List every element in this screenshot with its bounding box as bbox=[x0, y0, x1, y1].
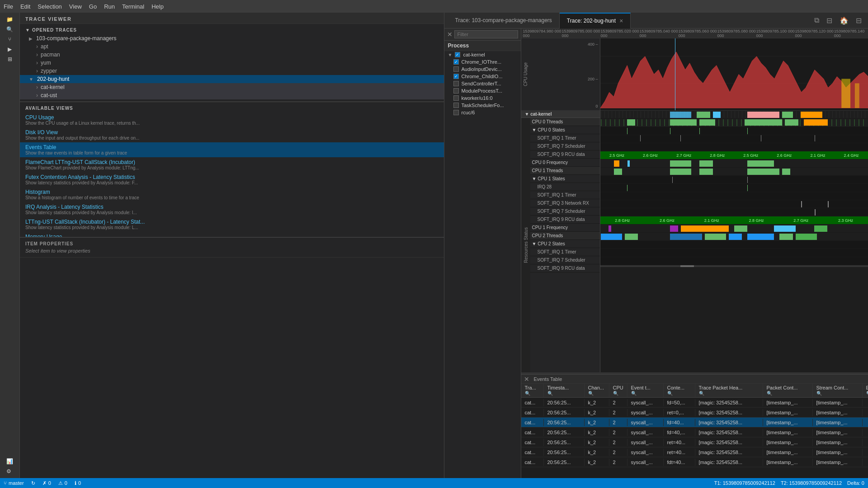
events-table-body[interactable]: cat... 20:56:25... k_2 2 syscall_... fd=… bbox=[521, 398, 868, 478]
col-cpu[interactable]: CPU bbox=[609, 384, 627, 397]
col-tra-search[interactable] bbox=[525, 391, 540, 396]
view-events-table[interactable]: Events Table Show the raw events in tabl… bbox=[20, 142, 444, 157]
close-filter-icon[interactable]: ✕ bbox=[447, 31, 453, 38]
table-row-7[interactable]: cat... 20:56:25... k_2 2 syscall_... fdt… bbox=[521, 457, 868, 467]
cpu0-threads-label[interactable]: CPU 0 Threads bbox=[530, 118, 600, 126]
col-evt[interactable]: Event t... bbox=[627, 384, 664, 397]
proc-chrome-io-checkbox[interactable] bbox=[453, 59, 459, 65]
proc-chrome-io[interactable]: Chrome_IOThre... bbox=[444, 58, 521, 66]
col-pkt[interactable]: Packet Cont... bbox=[763, 384, 813, 397]
proc-cat-kernel[interactable]: ▼ cat-kernel bbox=[444, 51, 521, 58]
proc-kworker[interactable]: kworker/u16:0 bbox=[444, 94, 521, 102]
proc-task-sched-checkbox[interactable] bbox=[453, 103, 459, 108]
menu-selection[interactable]: Selection bbox=[38, 3, 61, 10]
trace-item-apt[interactable]: › apt bbox=[20, 42, 444, 51]
view-irq[interactable]: IRQ Analysis - Latency Statistics Show l… bbox=[20, 202, 444, 217]
menu-help[interactable]: Help bbox=[151, 3, 164, 10]
proc-rcuc[interactable]: rcuc/6 bbox=[444, 109, 521, 116]
col-chan[interactable]: Chan... bbox=[585, 384, 609, 397]
col-ectx-search-icon[interactable]: 🔍 bbox=[866, 391, 868, 396]
view-memory[interactable]: Memory Usage Show the Linux UST memory u… bbox=[20, 232, 444, 237]
tab-filter-action[interactable]: ⊟ bbox=[853, 15, 864, 26]
filter-input[interactable] bbox=[454, 30, 518, 38]
proc-module[interactable]: ModuleProcessT... bbox=[444, 87, 521, 94]
sync-icon[interactable]: ↻ bbox=[31, 480, 35, 486]
col-evt-search[interactable] bbox=[631, 391, 660, 396]
trace-item-cat-kernel[interactable]: › cat-kernel bbox=[20, 83, 444, 91]
table-row-6[interactable]: cat... 20:56:25... k_2 2 syscall_... ret… bbox=[521, 447, 868, 457]
col-ectx[interactable]: Event Context 🔍 bbox=[863, 384, 868, 397]
col-stm-search[interactable] bbox=[816, 391, 859, 396]
col-tra[interactable]: Tra... bbox=[521, 384, 544, 397]
col-tph[interactable]: Trace Packet Hea... 🔍 bbox=[695, 384, 763, 397]
table-row-2[interactable]: cat... 20:56:25... k_2 2 syscall_... ret… bbox=[521, 408, 868, 418]
sidebar-icon-trace[interactable]: 📊 bbox=[6, 458, 13, 465]
table-row-3[interactable]: cat... 20:56:25... k_2 2 syscall_... fd=… bbox=[521, 418, 868, 427]
view-histogram[interactable]: Histogram Show a histogram of number of … bbox=[20, 187, 444, 202]
cpu2-threads-label[interactable]: CPU 2 Threads bbox=[530, 232, 600, 240]
tab-settings-action[interactable]: 🏠 bbox=[837, 15, 851, 26]
errors-count[interactable]: ✗ 0 bbox=[42, 480, 51, 486]
menu-go[interactable]: Go bbox=[89, 3, 97, 10]
col-stm[interactable]: Stream Cont... bbox=[813, 384, 863, 397]
table-row-5[interactable]: cat... 20:56:25... k_2 2 syscall_... ret… bbox=[521, 437, 868, 447]
proc-chrome-child-checkbox[interactable] bbox=[453, 74, 459, 79]
sidebar-icon-source[interactable]: ⑂ bbox=[8, 36, 11, 42]
proc-cat-kernel-checkbox[interactable] bbox=[455, 52, 460, 57]
sidebar-icon-run[interactable]: ▶ bbox=[8, 46, 12, 52]
sidebar-icon-search[interactable]: 🔍 bbox=[6, 26, 13, 33]
table-row-4[interactable]: cat... 20:56:25... k_2 2 syscall_... fd=… bbox=[521, 427, 868, 437]
close-tab-202[interactable]: × bbox=[619, 17, 623, 24]
view-lttng-ust[interactable]: LTTng-UST CallStack (Incubator) - Latenc… bbox=[20, 217, 444, 232]
trace-103[interactable]: ▶ 103-compare-package-managers bbox=[20, 34, 444, 42]
view-futex[interactable]: Futex Contention Analysis - Latency Stat… bbox=[20, 172, 444, 187]
tab-103[interactable]: Trace: 103-compare-package-managers bbox=[448, 13, 560, 28]
close-events-table[interactable]: ✕ bbox=[521, 375, 532, 383]
trace-item-pacman[interactable]: › pacman bbox=[20, 51, 444, 59]
tab-split-horizontal[interactable]: ⊟ bbox=[824, 15, 835, 26]
col-cpu-search[interactable] bbox=[613, 391, 623, 396]
proc-task-sched[interactable]: TaskSchedulerFo... bbox=[444, 102, 521, 109]
table-row-1[interactable]: cat... 20:56:25... k_2 2 syscall_... fd=… bbox=[521, 398, 868, 408]
tab-split-vertical[interactable]: ⧉ bbox=[811, 15, 822, 26]
proc-rcuc-checkbox[interactable] bbox=[453, 110, 459, 115]
view-flamechart[interactable]: FlameChart LTTng-UST CallStack (Incubato… bbox=[20, 157, 444, 172]
proc-send-ctrl-checkbox[interactable] bbox=[453, 81, 459, 86]
opened-traces-header[interactable]: ▼ OPENED TRACES bbox=[20, 26, 444, 34]
tab-202[interactable]: Trace: 202-bug-hunt × bbox=[560, 13, 631, 28]
proc-module-checkbox[interactable] bbox=[453, 88, 459, 94]
sidebar-icon-settings[interactable]: ⚙ bbox=[6, 468, 13, 474]
sidebar-icon-extensions[interactable]: ⊞ bbox=[8, 56, 12, 62]
menu-view[interactable]: View bbox=[69, 3, 82, 10]
trace-item-zypper[interactable]: › zypper bbox=[20, 67, 444, 75]
col-ctx-search[interactable] bbox=[667, 391, 691, 396]
col-ctx[interactable]: Conte... bbox=[664, 384, 695, 397]
git-branch[interactable]: ⑂ master bbox=[4, 480, 24, 486]
cpu0-states-label[interactable]: ▼ CPU 0 States bbox=[530, 126, 600, 134]
proc-audio[interactable]: AudioInputDevic... bbox=[444, 66, 521, 73]
proc-kworker-checkbox[interactable] bbox=[453, 95, 459, 101]
menu-run[interactable]: Run bbox=[104, 3, 115, 10]
view-cpu-usage[interactable]: CPU Usage Show the CPU usage of a Linux … bbox=[20, 113, 444, 127]
cpu1-threads-label[interactable]: CPU 1 Threads bbox=[530, 167, 600, 175]
col-timestamp-search[interactable] bbox=[547, 391, 580, 396]
proc-audio-checkbox[interactable] bbox=[453, 66, 459, 72]
cpu2-states-label[interactable]: ▼ CPU 2 States bbox=[530, 240, 600, 248]
col-pkt-search[interactable] bbox=[767, 391, 809, 396]
menu-terminal[interactable]: Terminal bbox=[122, 3, 144, 10]
col-timestamp[interactable]: Timesta... bbox=[544, 384, 585, 397]
menu-edit[interactable]: Edit bbox=[20, 3, 30, 10]
proc-send-ctrl[interactable]: SendControllerT... bbox=[444, 80, 521, 87]
trace-202[interactable]: ▼ 202-bug-hunt bbox=[20, 75, 444, 83]
sidebar-icon-files[interactable]: 📁 bbox=[6, 16, 13, 23]
cpu1-states-label[interactable]: ▼ CPU 1 States bbox=[530, 175, 600, 183]
trace-item-yum[interactable]: › yum bbox=[20, 59, 444, 67]
warnings-count[interactable]: ⚠ 0 bbox=[58, 480, 67, 486]
trace-item-cat-ust[interactable]: › cat-ust bbox=[20, 91, 444, 99]
col-tph-search-icon[interactable]: 🔍 bbox=[699, 391, 759, 396]
proc-chrome-child[interactable]: Chrome_ChildIO... bbox=[444, 73, 521, 80]
menu-file[interactable]: File bbox=[4, 3, 13, 10]
col-chan-search[interactable] bbox=[588, 391, 605, 396]
trace-rows-scroll[interactable]: 2.5 GHz 2.6 GHz 2.7 GHz 2.8 GHz 2.5 GHz … bbox=[600, 111, 868, 372]
view-disk-io[interactable]: Disk I/O View Show the input and output … bbox=[20, 127, 444, 142]
